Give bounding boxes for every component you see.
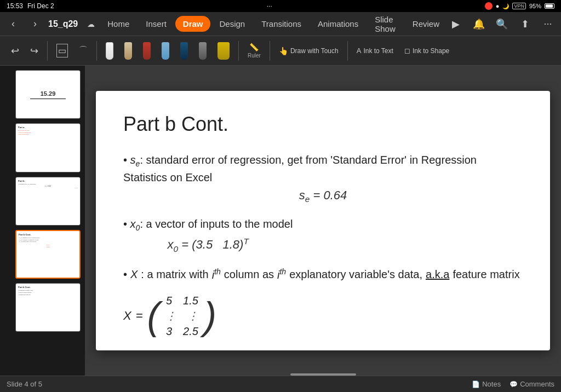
divider-4	[270, 41, 270, 61]
touch-icon: 👆	[279, 47, 288, 55]
x0-term: x0	[130, 218, 140, 230]
cell-3-2: 2.5	[183, 324, 198, 339]
battery-level: 95%	[529, 3, 541, 9]
share-icon[interactable]: ⬆	[516, 15, 534, 33]
yellow-highlighter-icon	[217, 42, 230, 60]
right-bracket: )	[204, 300, 216, 333]
undo-button[interactable]: ↩	[7, 43, 24, 59]
gray-pen-icon	[199, 42, 207, 60]
wifi-icon: ●	[496, 3, 500, 9]
comments-icon: 💬	[510, 381, 518, 388]
back-button[interactable]: ‹	[4, 15, 22, 33]
slide-thumb-1[interactable]: 1 15.29	[4, 70, 81, 119]
draw-with-touch-button[interactable]: 👆 Draw with Touch	[274, 44, 343, 57]
more-icon[interactable]: ···	[539, 15, 557, 33]
battery-icon	[545, 3, 554, 9]
tab-bar: ‹ › 15_q29 ☁ Home Insert Draw Design Tra…	[0, 12, 561, 36]
math-line-2: x0 = (3.5 1.8)T	[123, 235, 293, 255]
tab-transitions[interactable]: Transitions	[254, 16, 309, 32]
cell-3-1: 3	[166, 324, 172, 339]
bullet-3-text-d: feature matrix	[453, 267, 519, 282]
ink-shape-icon: ◻	[404, 47, 410, 55]
status-left: 15:53 Fri Dec 2	[7, 2, 54, 10]
pen-blue-dark[interactable]	[176, 40, 192, 62]
matrix-formula: X = ( 5 1.5 ⋮ ⋮ 3 2.	[123, 291, 216, 341]
time: 15:53	[7, 2, 23, 10]
signal-icon: 🌙	[502, 3, 509, 9]
ink-to-text-button[interactable]: A Ink to Text	[352, 44, 398, 57]
undo-icon: ↩	[11, 45, 19, 57]
matrix-row-3: 3 2.5	[165, 324, 198, 339]
bullet-3-text-b: column as	[224, 267, 274, 282]
notes-icon: 📄	[472, 381, 480, 388]
select-tool[interactable]: ▭	[52, 42, 72, 60]
tab-animations[interactable]: Animations	[310, 16, 366, 32]
slide-thumb-5[interactable]: 5 Part b Cont. • continued content here …	[4, 283, 81, 332]
tab-draw[interactable]: Draw	[175, 16, 211, 32]
notes-button[interactable]: 📄 Notes	[472, 380, 501, 388]
bottom-bar: Slide 4 of 5 📄 Notes 💬 Comments	[0, 376, 561, 392]
bookmark-icon[interactable]: 🔔	[470, 15, 488, 33]
ruler-icon: 📏	[249, 43, 259, 51]
divider-3	[238, 41, 239, 61]
ith-1: ith	[212, 267, 221, 283]
ink-text-icon: A	[357, 47, 362, 55]
lettering-pen-icon	[124, 42, 132, 60]
slide-thumb-2[interactable]: 2 Part a. • text line one here • more co…	[4, 123, 81, 172]
cell-2-2: ⋮	[187, 308, 198, 324]
cell-1-2: 1.5	[183, 293, 198, 308]
tab-insert[interactable]: Insert	[138, 16, 174, 32]
tab-slideshow[interactable]: Slide Show	[367, 11, 404, 37]
pen-white[interactable]	[101, 40, 118, 62]
ink-to-shape-label: Ink to Shape	[413, 47, 449, 55]
bullet-content-1: • se: standard error of regression, get …	[123, 152, 523, 207]
pen-gray[interactable]	[194, 40, 211, 62]
pen-lettering[interactable]	[120, 40, 136, 62]
ink-to-shape-button[interactable]: ◻ Ink to Shape	[400, 44, 454, 57]
aka-text: a.k.a	[426, 267, 449, 282]
date: Fri Dec 2	[27, 2, 54, 10]
main-content: Part b Cont. • se: standard error of reg…	[85, 66, 561, 376]
highlighter-yellow[interactable]	[213, 40, 234, 62]
lasso-icon: ⌒	[79, 45, 88, 56]
comments-button[interactable]: 💬 Comments	[510, 380, 554, 388]
blue-light-pen-icon	[162, 42, 169, 60]
bullet-3-text-a: : a matrix with	[141, 267, 208, 282]
cloud-icon[interactable]: ☁	[82, 15, 100, 33]
slide-info: Slide 4 of 5	[7, 380, 42, 388]
bullet-item-3: • X: a matrix with ith column as ith exp…	[123, 266, 523, 343]
cell-2-1: ⋮	[165, 308, 176, 324]
tab-home[interactable]: Home	[100, 16, 137, 32]
bottom-actions: 📄 Notes 💬 Comments	[472, 380, 554, 388]
slide-2-preview: Part a. • text line one here • more cont…	[15, 123, 81, 172]
bullet-list: • se: standard error of regression, get …	[123, 152, 523, 343]
status-bar: 15:53 Fri Dec 2 ··· ● 🌙 VPN 95%	[0, 0, 561, 12]
status-right: ● 🌙 VPN 95%	[485, 2, 554, 10]
ruler-button[interactable]: 📏 Ruler	[243, 41, 265, 61]
pen-blue-light[interactable]	[157, 40, 174, 62]
search-icon[interactable]: 🔍	[493, 15, 511, 33]
play-button[interactable]: ▶	[447, 15, 465, 33]
blue-dark-pen-icon	[180, 42, 188, 60]
slide-thumb-4[interactable]: 4 Part b Cont. • s_e: standard error of …	[4, 230, 81, 279]
divider-1	[47, 41, 48, 61]
select-icon: ▭	[56, 44, 68, 57]
tab-review[interactable]: Review	[405, 16, 447, 32]
forward-button[interactable]: ›	[26, 15, 44, 33]
nav-right: ▶ 🔔 🔍 ⬆ ···	[447, 15, 557, 33]
lasso-tool[interactable]: ⌒	[75, 43, 92, 59]
slide-thumb-3[interactable]: 3 Part b. • standard error of regression…	[4, 177, 81, 226]
tab-design[interactable]: Design	[211, 16, 253, 32]
divider-5	[347, 41, 348, 61]
redo-icon: ↪	[30, 45, 38, 57]
redo-button[interactable]: ↪	[26, 43, 43, 59]
notes-label: Notes	[482, 380, 501, 388]
record-icon	[485, 2, 493, 10]
pen-red[interactable]	[139, 40, 155, 62]
bullet-2-text: : a vector of inputs to the model	[140, 218, 293, 230]
ruler-label: Ruler	[248, 53, 261, 59]
matrix-x-label: X	[123, 308, 131, 325]
matrix-row-2: ⋮ ⋮	[165, 308, 198, 324]
se-term: se	[130, 154, 140, 166]
drawing-toolbar: ↩ ↪ ▭ ⌒ 📏 Ruler 👆 Draw with Touch	[0, 36, 561, 66]
